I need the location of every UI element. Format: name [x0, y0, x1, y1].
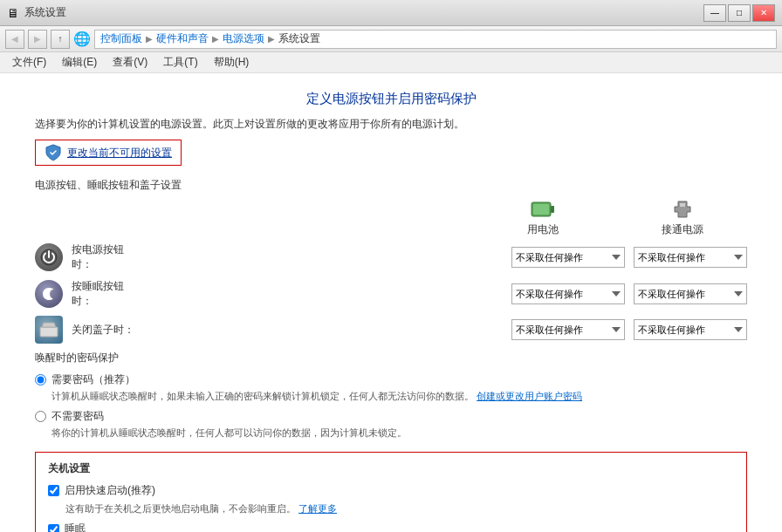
- password-section: 唤醒时的密码保护 需要密码（推荐） 计算机从睡眠状态唤醒时，如果未输入正确的密码…: [35, 351, 747, 440]
- title-bar-left: 🖥 系统设置: [7, 5, 66, 20]
- no-pwd-label: 不需要密码: [51, 409, 747, 424]
- sep2: ▶: [212, 34, 219, 44]
- power-adapter-icon: [671, 200, 694, 219]
- nav-bar: ◀ ▶ ↑ 🌐 定义电源按钮并启用密码保护 控制面板 ▶ 硬件和声音 ▶ 电源选…: [0, 26, 782, 52]
- menu-bar: 文件(F) 编辑(E) 查看(V) 工具(T) 帮助(H): [0, 52, 782, 73]
- create-password-link[interactable]: 创建或更改用户账户密码: [477, 391, 582, 401]
- menu-edit[interactable]: 编辑(E): [55, 53, 104, 72]
- title-bar: 🖥 系统设置 — □ ✕: [0, 0, 782, 26]
- lid-battery-select[interactable]: 不采取任何操作 睡眠 休眠 关机: [511, 319, 625, 340]
- require-pwd-option: 需要密码（推荐） 计算机从睡眠状态唤醒时，如果未输入正确的密码来解锁计算机锁定，…: [35, 372, 747, 404]
- forward-button[interactable]: ▶: [28, 30, 47, 49]
- menu-help[interactable]: 帮助(H): [207, 53, 257, 72]
- require-pwd-label-group: 需要密码（推荐） 计算机从睡眠状态唤醒时，如果未输入正确的密码来解锁计算机锁定，…: [51, 372, 747, 404]
- no-pwd-desc: 将你的计算机从睡眠状态唤醒时，任何人都可以访问你的数据，因为计算机未锁定。: [51, 427, 407, 438]
- power-buttons-section-label: 电源按钮、睡眠按钮和盖子设置: [35, 178, 747, 193]
- close-button[interactable]: ✕: [752, 4, 775, 22]
- svg-rect-5: [40, 327, 58, 337]
- svg-rect-3: [680, 203, 685, 207]
- sleep-btn-selects: 不采取任何操作 睡眠 休眠 关机 不采取任何操作 睡眠 休眠 关机: [150, 283, 747, 304]
- hibernate-row: 睡眠: [48, 522, 734, 532]
- window-title: 系统设置: [24, 5, 66, 20]
- change-settings-link[interactable]: 更改当前不可用的设置: [67, 146, 172, 160]
- svg-rect-2: [533, 204, 549, 215]
- breadcrumb-current: 系统设置: [278, 31, 320, 46]
- hibernate-checkbox[interactable]: [48, 524, 59, 532]
- shield-icon: [45, 144, 62, 161]
- breadcrumb-hardware[interactable]: 控制面板: [100, 31, 142, 46]
- minimize-button[interactable]: —: [703, 4, 726, 22]
- sleep-btn-row: 按睡眠按钮时： 不采取任何操作 睡眠 休眠 关机 不采取任何操作 睡眠 休眠 关…: [35, 279, 747, 309]
- main-content: 定义电源按钮并启用密码保护 选择要为你的计算机设置的电源设置。此页上对设置所做的…: [0, 73, 782, 532]
- sep1: ▶: [146, 34, 153, 44]
- shutdown-title: 关机设置: [48, 461, 734, 476]
- lid-selects: 不采取任何操作 睡眠 休眠 关机 不采取任何操作 睡眠 休眠 关机: [150, 319, 747, 340]
- nav-icon: 🌐: [73, 31, 91, 47]
- lid-row: 关闭盖子时： 不采取任何操作 睡眠 休眠 关机 不采取任何操作 睡眠 休眠 关机: [35, 316, 747, 344]
- no-pwd-label-group: 不需要密码 将你的计算机从睡眠状态唤醒时，任何人都可以访问你的数据，因为计算机未…: [51, 409, 747, 440]
- sep3: ▶: [268, 34, 275, 44]
- power-btn-icon: [35, 243, 63, 271]
- power-btn-selects: 不采取任何操作 睡眠 休眠 关机 不采取任何操作 睡眠 休眠 关机: [150, 247, 747, 268]
- lid-icon: [35, 316, 63, 344]
- page-title: 定义电源按钮并启用密码保护: [35, 91, 747, 107]
- power-btn-row: 按电源按钮时： 不采取任何操作 睡眠 休眠 关机 不采取任何操作 睡眠 休眠 关…: [35, 242, 747, 272]
- no-pwd-option: 不需要密码 将你的计算机从睡眠状态唤醒时，任何人都可以访问你的数据，因为计算机未…: [35, 409, 747, 440]
- power-btn-label: 按电源按钮时：: [72, 242, 141, 272]
- fast-startup-desc: 这有助于在关机之后更快地启动电脑，不会影响重启。 了解更多: [65, 501, 734, 516]
- breadcrumb-power-options-parent[interactable]: 硬件和声音: [156, 31, 209, 46]
- fast-startup-checkbox[interactable]: [48, 485, 59, 496]
- intro-text: 选择要为你的计算机设置的电源设置。此页上对设置所做的更改将应用于你所有的电源计划…: [35, 116, 747, 133]
- learn-more-link[interactable]: 了解更多: [298, 503, 337, 514]
- svg-rect-1: [551, 206, 554, 213]
- fast-startup-row: 启用快速启动(推荐): [48, 483, 734, 498]
- breadcrumb-power[interactable]: 电源选项: [223, 31, 264, 46]
- battery-label: 用电池: [527, 222, 559, 237]
- power-header-cell: 接通电源: [630, 200, 735, 237]
- sleep-btn-icon: [35, 280, 63, 308]
- no-pwd-radio[interactable]: [35, 411, 46, 422]
- fast-startup-desc-text: 这有助于在关机之后更快地启动电脑，不会影响重启。: [65, 503, 296, 514]
- back-button[interactable]: ◀: [5, 30, 24, 49]
- require-pwd-label: 需要密码（推荐）: [51, 372, 747, 387]
- maximize-button[interactable]: □: [728, 4, 751, 22]
- hibernate-label: 睡眠: [65, 522, 86, 532]
- sleep-btn-power-select[interactable]: 不采取任何操作 睡眠 休眠 关机: [634, 283, 747, 304]
- intro-text-span: 选择要为你的计算机设置的电源设置。此页上对设置所做的更改将应用于你所有的电源计划…: [35, 118, 464, 130]
- menu-tools[interactable]: 工具(T): [156, 53, 204, 72]
- battery-header-cell: 用电池: [490, 200, 595, 237]
- require-pwd-radio[interactable]: [35, 374, 46, 385]
- fast-startup-label: 启用快速启动(推荐): [65, 483, 155, 498]
- breadcrumb: 定义电源按钮并启用密码保护 控制面板 ▶ 硬件和声音 ▶ 电源选项 ▶ 系统设置: [94, 30, 777, 49]
- power-btn-power-select[interactable]: 不采取任何操作 睡眠 休眠 关机: [634, 247, 747, 268]
- lid-power-select[interactable]: 不采取任何操作 睡眠 休眠 关机: [634, 319, 747, 340]
- menu-view[interactable]: 查看(V): [106, 53, 154, 72]
- require-pwd-desc: 计算机从睡眠状态唤醒时，如果未输入正确的密码来解锁计算机锁定，任何人都无法访问你…: [51, 391, 582, 401]
- battery-icon: [531, 200, 555, 219]
- password-section-title: 唤醒时的密码保护: [35, 351, 747, 365]
- power-label: 接通电源: [662, 222, 703, 237]
- window-icon: 🖥: [7, 6, 19, 20]
- sleep-btn-battery-select[interactable]: 不采取任何操作 睡眠 休眠 关机: [511, 283, 625, 304]
- lid-label: 关闭盖子时：: [72, 323, 141, 338]
- up-button[interactable]: ↑: [51, 30, 70, 49]
- require-pwd-desc-text: 计算机从睡眠状态唤醒时，如果未输入正确的密码来解锁计算机锁定，任何人都无法访问你…: [51, 391, 474, 401]
- menu-file[interactable]: 文件(F): [5, 53, 53, 72]
- shutdown-section: 关机设置 启用快速启动(推荐) 这有助于在关机之后更快地启动电脑，不会影响重启。…: [35, 452, 747, 532]
- power-btn-battery-select[interactable]: 不采取任何操作 睡眠 休眠 关机: [511, 247, 625, 268]
- change-settings-box[interactable]: 更改当前不可用的设置: [35, 140, 182, 166]
- title-bar-controls: — □ ✕: [703, 4, 775, 22]
- sleep-btn-label: 按睡眠按钮时：: [72, 279, 141, 309]
